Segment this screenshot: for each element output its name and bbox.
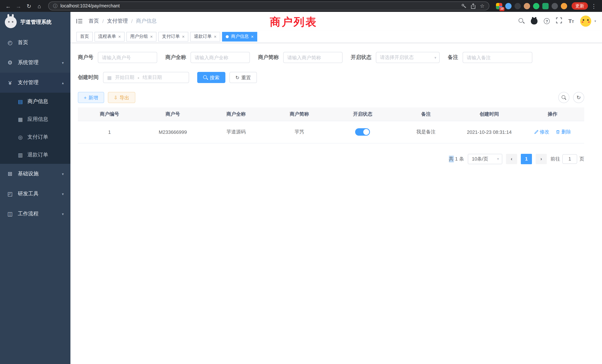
export-button[interactable]: ⇩ 导出: [108, 92, 135, 103]
total-count: 1: [455, 156, 458, 162]
browser-reload-icon[interactable]: ↻: [24, 3, 33, 9]
password-key-icon[interactable]: [461, 3, 467, 9]
browser-update-button[interactable]: 更新: [572, 2, 588, 10]
tab-merchant-info[interactable]: 商户信息 ×: [222, 32, 257, 41]
prev-page-button[interactable]: ‹: [506, 154, 517, 164]
chevron-down-icon: ▾: [62, 192, 64, 196]
sidebar-item-merchant-info[interactable]: ▤ 商户信息: [0, 93, 70, 110]
sidebar-item-devtools[interactable]: ◰ 研发工具 ▾: [0, 184, 70, 204]
pagination-total: 共 1 条: [449, 156, 464, 162]
extension-icon[interactable]: 10: [496, 3, 502, 9]
edit-link[interactable]: 修改: [534, 129, 549, 135]
page-size-value: 10条/页: [472, 156, 488, 162]
toggle-search-button[interactable]: [558, 92, 569, 103]
short-name-input[interactable]: [283, 52, 343, 63]
trash-icon: [556, 130, 560, 134]
fullscreen-icon[interactable]: [556, 17, 562, 25]
button-label: 新增: [88, 95, 98, 100]
next-page-button[interactable]: ›: [536, 154, 547, 164]
sidebar-item-system[interactable]: ⚙ 系统管理 ▾: [0, 53, 70, 73]
refresh-icon: ↻: [235, 75, 239, 80]
sidebar-item-pay-order[interactable]: ◎ 支付订单: [0, 128, 70, 146]
close-icon[interactable]: ×: [214, 34, 216, 39]
tab-user-group[interactable]: 用户分组 ×: [126, 32, 156, 41]
tab-refund-order[interactable]: 退款订单 ×: [190, 32, 220, 41]
full-name-input[interactable]: [191, 52, 250, 63]
close-icon[interactable]: ×: [182, 34, 185, 39]
breadcrumb-home[interactable]: 首页: [89, 18, 99, 24]
font-size-icon[interactable]: [568, 18, 574, 24]
date-range-picker[interactable]: ▦ 开始日期 - 结束日期: [103, 72, 189, 83]
extension-icon[interactable]: [524, 3, 530, 9]
avatar[interactable]: [580, 16, 591, 27]
goto-page-input[interactable]: [562, 154, 577, 164]
github-icon[interactable]: [531, 18, 538, 24]
merchant-no-input[interactable]: [98, 52, 157, 63]
table-header-row: 商户编号 商户号 商户全称 商户简称 开启状态 备注 创建时间 操作: [78, 107, 584, 121]
app-title: 芋道管理系统: [20, 19, 52, 26]
search-button[interactable]: 搜索: [197, 72, 225, 83]
extension-icon[interactable]: [533, 3, 539, 9]
download-icon: ⇩: [114, 95, 118, 100]
active-dot-icon: [226, 35, 229, 38]
toolbar-right: ↻: [558, 92, 584, 103]
refresh-table-button[interactable]: ↻: [573, 92, 584, 103]
tab-label: 退款订单: [194, 33, 212, 40]
sidebar-item-payment[interactable]: ¥ 支付管理 ▴: [0, 73, 70, 93]
tab-label: 商户信息: [231, 33, 249, 40]
tab-home[interactable]: 首页: [76, 32, 93, 41]
tab-process-form[interactable]: 流程表单 ×: [95, 32, 125, 41]
remark-input[interactable]: [463, 52, 532, 63]
reset-button[interactable]: ↻ 重置: [229, 72, 257, 83]
search-icon[interactable]: [519, 18, 525, 24]
page-content: 商户号 商户全称 商户简称 开启状态 请选择开启状态: [70, 43, 602, 364]
sidebar-item-workflow[interactable]: ◫ 工作流程 ▾: [0, 204, 70, 224]
delete-link[interactable]: 删除: [556, 129, 571, 135]
bookmark-star-icon[interactable]: ☆: [480, 3, 484, 9]
pagination-goto: 前往 页: [550, 154, 584, 164]
sidebar-item-label: 系统管理: [18, 59, 39, 66]
app-logo[interactable]: 芋道管理系统: [0, 12, 70, 33]
breadcrumb-payment[interactable]: 支付管理: [107, 18, 128, 24]
sidebar-item-refund-order[interactable]: ▥ 退款订单: [0, 146, 70, 164]
sidebar-item-app-info[interactable]: ▦ 应用信息: [0, 110, 70, 128]
add-button[interactable]: + 新增: [78, 92, 104, 103]
help-icon[interactable]: ?: [544, 18, 550, 24]
sidebar-item-infrastructure[interactable]: ⊞ 基础设施 ▾: [0, 164, 70, 184]
browser-back-icon[interactable]: ←: [4, 3, 13, 9]
navbar-actions: ? ▾: [519, 16, 596, 27]
chevron-left-icon: ‹: [511, 156, 513, 162]
status-select[interactable]: 请选择开启状态 ▾: [376, 52, 440, 63]
tab-pay-order[interactable]: 支付订单 ×: [158, 32, 188, 41]
site-info-icon[interactable]: ⓘ: [53, 3, 57, 9]
sidebar-item-label: 退款订单: [27, 152, 48, 158]
browser-forward-icon[interactable]: →: [14, 3, 23, 9]
address-bar[interactable]: ⓘ localhost:1024/pay/merchant ☆: [48, 1, 489, 10]
page-number-button[interactable]: 1: [521, 154, 532, 164]
breadcrumb-current: 商户信息: [136, 18, 157, 24]
extension-icon[interactable]: [561, 3, 567, 9]
extension-icon[interactable]: [515, 3, 521, 9]
merchant-table: 商户编号 商户号 商户全称 商户简称 开启状态 备注 创建时间 操作 1: [78, 107, 584, 143]
sidebar-item-home[interactable]: ◴ 首页: [0, 33, 70, 53]
page-size-select[interactable]: 10条/页 ▾: [468, 154, 502, 164]
browser-menu-icon[interactable]: ⋮: [589, 3, 598, 9]
button-label: 搜索: [210, 75, 219, 80]
extension-icon[interactable]: [552, 3, 558, 9]
share-icon[interactable]: [471, 3, 476, 9]
avatar-caret-icon[interactable]: ▾: [594, 19, 596, 23]
extension-icon[interactable]: [505, 3, 512, 9]
hamburger-icon[interactable]: [76, 19, 83, 24]
col-header: 商户简称: [268, 107, 331, 121]
screen: ← → ↻ ⌂ ⓘ localhost:1024/pay/merchant ☆: [0, 0, 602, 364]
browser-home-icon[interactable]: ⌂: [35, 3, 44, 9]
breadcrumb-separator: /: [102, 18, 104, 24]
tags-view-bar: 首页 流程表单 × 用户分组 × 支付订单 × 退款订单 ×: [70, 30, 602, 43]
close-icon[interactable]: ×: [118, 34, 121, 39]
close-icon[interactable]: ×: [251, 34, 254, 39]
close-icon[interactable]: ×: [150, 34, 153, 39]
sidebar-item-label: 研发工具: [18, 191, 39, 197]
target-icon: ◎: [17, 134, 24, 140]
extension-icon[interactable]: [542, 3, 549, 9]
status-toggle[interactable]: [355, 128, 370, 136]
